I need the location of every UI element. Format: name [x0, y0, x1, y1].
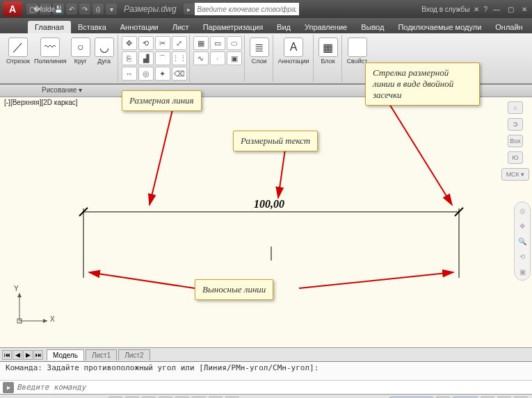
copy-icon[interactable]: ⎘ — [122, 51, 137, 65]
fillet-icon[interactable]: ⌒ — [155, 51, 170, 65]
app-logo[interactable]: A — [3, 1, 22, 17]
trim-icon[interactable]: ✂ — [155, 36, 170, 50]
tab-plugins[interactable]: Подключаемые модули — [391, 21, 488, 33]
circle-tool[interactable]: ○Круг — [70, 36, 92, 66]
circle-icon: ○ — [71, 38, 90, 57]
ribbon-tabs: Главная Вставка Аннотации Лист Параметри… — [0, 18, 532, 33]
tab-output[interactable]: Вывод — [354, 21, 391, 33]
viewcube-panel: ⌂ Э Box Ю МСК ▾ — [501, 101, 529, 181]
ucs-y-label: Y — [14, 285, 19, 292]
svg-line-8 — [389, 104, 452, 205]
tab-parametric[interactable]: Параметризация — [196, 21, 270, 33]
title-dropdown-icon[interactable]: ▸ — [184, 3, 195, 15]
login-link[interactable]: Вход в службы — [421, 6, 469, 13]
point-icon[interactable]: · — [210, 51, 225, 65]
erase-icon[interactable]: ⌫ — [172, 67, 187, 81]
arc-icon: ◡ — [95, 38, 114, 57]
document-title: Размеры.dwg — [124, 4, 177, 14]
tab-first-icon[interactable]: ⏮ — [2, 350, 12, 360]
undo-icon[interactable]: ↶ — [66, 3, 77, 15]
open-icon[interactable]: �folder — [40, 3, 51, 15]
tab-layout2[interactable]: Лист2 — [118, 349, 150, 360]
save-icon[interactable]: 💾 — [53, 3, 64, 15]
callout-dimension-line: Размерная линия — [122, 90, 202, 111]
tab-insert[interactable]: Вставка — [71, 21, 113, 33]
svg-line-9 — [89, 272, 195, 288]
annotation-tool[interactable]: AАннотации — [277, 36, 311, 66]
hatch-icon[interactable]: ▦ — [193, 36, 209, 50]
redo-icon[interactable]: ↷ — [79, 3, 90, 15]
array-icon[interactable]: ⋮⋮ — [172, 51, 187, 65]
tab-sheet[interactable]: Лист — [166, 21, 196, 33]
minimize-icon[interactable]: — — [492, 4, 501, 14]
draw-extra-grid: ▦ ▭ ⬭ ∿ · ▣ — [193, 36, 242, 65]
ucs-icon: X Y — [14, 288, 53, 326]
nav-showmotion-icon[interactable]: ▣ — [517, 266, 528, 277]
text-icon: A — [284, 38, 303, 57]
rectangle-icon[interactable]: ▭ — [210, 36, 225, 50]
tab-next-icon[interactable]: ▶ — [23, 350, 33, 360]
tab-online[interactable]: Онлайн — [488, 21, 529, 33]
close-icon[interactable]: ✕ — [519, 4, 529, 14]
print-icon[interactable]: ⎙ — [92, 3, 104, 15]
tab-view[interactable]: Вид — [270, 21, 298, 33]
status-bar: 2882.3906, 3366.7213, 0.0000 ⊞ ▦ ∟ ✛ ◻ ∠… — [0, 394, 532, 398]
nav-zoom-icon[interactable]: 🔍 — [517, 235, 528, 247]
ellipse-icon[interactable]: ⬭ — [227, 36, 242, 50]
explode-icon[interactable]: ✦ — [155, 67, 170, 81]
scale-icon[interactable]: ⤢ — [172, 36, 187, 50]
stretch-icon[interactable]: ↔ — [122, 67, 137, 81]
callout-arrow-style: Стрелка размерной линии в виде двойной з… — [365, 63, 480, 106]
tab-prev-icon[interactable]: ◀ — [13, 350, 22, 360]
nav-pan-icon[interactable]: ✥ — [517, 220, 528, 231]
color-wheel-icon — [348, 38, 367, 57]
block-tool[interactable]: ▦Блок — [317, 36, 339, 66]
quick-access-toolbar: ▢ �folder 💾 ↶ ↷ ⎙ ▾ — [26, 3, 117, 15]
nav-wheel-icon[interactable]: ◎ — [517, 205, 528, 216]
tab-layout1[interactable]: Лист1 — [86, 349, 117, 360]
tab-annotate[interactable]: Аннотации — [113, 21, 166, 33]
more-icon[interactable]: ▾ — [106, 3, 117, 15]
view-home-icon[interactable]: ⌂ — [508, 101, 523, 114]
exchange-icon[interactable]: ✕ — [474, 6, 479, 13]
view-wcs[interactable]: МСК ▾ — [501, 168, 529, 181]
command-history: Команда: Задайте противоположный угол ил… — [0, 362, 532, 380]
modify-grid: ✥ ⟲ ✂ ⤢ ⎘ ▟ ⌒ ⋮⋮ ↔ ◎ ✦ ⌫ — [122, 36, 187, 81]
mirror-icon[interactable]: ▟ — [138, 51, 154, 65]
properties-tool[interactable]: Свойст — [346, 36, 369, 66]
layout-tabs: ⏮ ◀ ▶ ⏭ Модель Лист1 Лист2 — [0, 347, 532, 361]
tab-last-icon[interactable]: ⏭ — [33, 350, 43, 360]
polyline-icon: 〰 — [40, 38, 60, 57]
arc-tool[interactable]: ◡Дуга — [93, 36, 115, 66]
callout-dimension-text: Размерный текст — [233, 131, 318, 151]
svg-line-7 — [278, 149, 285, 198]
tab-home[interactable]: Главная — [28, 21, 71, 33]
search-input[interactable] — [195, 3, 299, 15]
help-icon[interactable]: ? — [483, 6, 487, 13]
command-area: Команда: Задайте противоположный угол ил… — [0, 361, 532, 394]
polyline-tool[interactable]: 〰Полилиния — [33, 36, 68, 66]
offset-icon[interactable]: ◎ — [138, 67, 154, 81]
line-icon: ／ — [8, 38, 28, 57]
drawing-canvas[interactable]: [-][Верхняя][2D каркас] 100,00 Размерная… — [0, 97, 532, 347]
restore-icon[interactable]: ▢ — [506, 4, 515, 14]
tab-manage[interactable]: Управление — [298, 21, 354, 33]
view-box[interactable]: Box — [508, 135, 523, 147]
rotate-icon[interactable]: ⟲ — [138, 36, 154, 50]
layers-tool[interactable]: ≣Слои — [248, 36, 271, 66]
svg-line-10 — [299, 272, 453, 288]
line-tool[interactable]: ／Отрезок — [5, 36, 31, 66]
command-input[interactable] — [17, 383, 529, 392]
command-prompt-icon: ▸ — [3, 382, 14, 393]
view-south[interactable]: Ю — [508, 151, 523, 164]
view-north[interactable]: Э — [508, 118, 523, 131]
block-icon: ▦ — [319, 38, 338, 57]
callout-extension-lines: Выносные линии — [195, 279, 273, 300]
move-icon[interactable]: ✥ — [122, 36, 137, 50]
nav-orbit-icon[interactable]: ⟲ — [517, 251, 528, 262]
spline-icon[interactable]: ∿ — [193, 51, 209, 65]
navigation-bar: ◎ ✥ 🔍 ⟲ ▣ — [514, 201, 531, 281]
tab-model[interactable]: Модель — [47, 349, 84, 360]
region-icon[interactable]: ▣ — [227, 51, 242, 65]
dimension-value: 100,00 — [254, 198, 284, 210]
